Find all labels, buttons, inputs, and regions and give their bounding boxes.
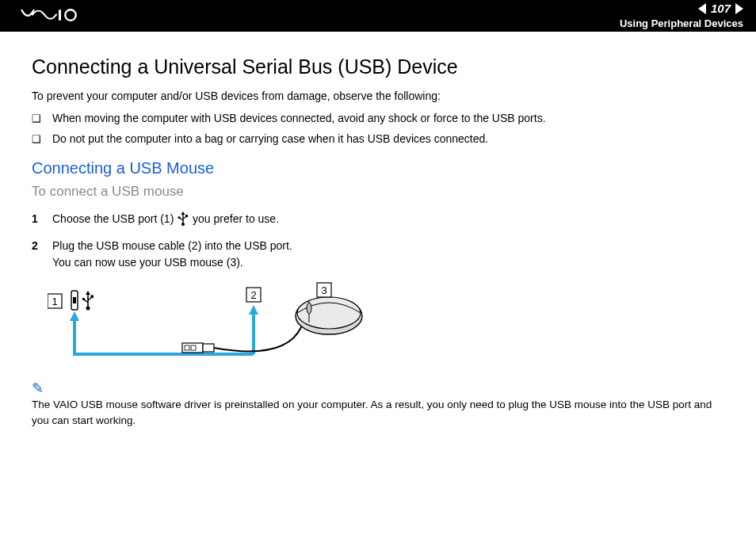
list-item: ❑ When moving the computer with USB devi… [32, 112, 724, 124]
section-name: Using Peripheral Devices [620, 18, 743, 29]
prev-page-arrow-icon[interactable] [698, 3, 706, 14]
note-block: ✎ The VAIO USB mouse software driver is … [32, 378, 724, 428]
svg-marker-12 [86, 291, 90, 295]
step-item: Plug the USB mouse cable (2) into the US… [32, 238, 724, 270]
bullet-icon: ❑ [32, 133, 41, 145]
note-pencil-icon: ✎ [32, 378, 724, 399]
diagram-label-3: 3 [321, 284, 326, 296]
intro-text: To prevent your computer and/or USB devi… [32, 90, 724, 102]
page-title: Connecting a Universal Serial Bus (USB) … [32, 55, 724, 78]
svg-point-1 [65, 10, 76, 21]
next-page-arrow-icon[interactable] [735, 3, 743, 14]
step-text-pre: Plug the USB mouse cable (2) into the US… [52, 239, 292, 268]
step-item: Choose the USB port (1) you prefer to us… [32, 211, 724, 230]
diagram-label-1: 1 [52, 296, 57, 307]
list-item: ❑ Do not put the computer into a bag or … [32, 132, 724, 145]
svg-rect-21 [182, 343, 203, 353]
svg-point-5 [178, 216, 181, 219]
svg-marker-19 [249, 305, 258, 315]
list-item-text: When moving the computer with USB device… [52, 112, 546, 124]
svg-rect-24 [203, 344, 214, 352]
vaio-logo [13, 5, 100, 27]
svg-rect-0 [59, 10, 61, 21]
task-label: To connect a USB mouse [32, 184, 724, 200]
step-text-pre: Choose the USB port (1) [52, 212, 177, 225]
svg-rect-9 [73, 297, 76, 303]
usb-trident-icon [177, 212, 189, 230]
svg-point-28 [307, 303, 311, 314]
svg-rect-14 [91, 295, 94, 298]
list-item-text: Do not put the computer into a bag or ca… [52, 132, 488, 145]
caution-list: ❑ When moving the computer with USB devi… [32, 112, 724, 145]
page-number: 107 [711, 2, 731, 16]
usb-mouse-diagram: 1 2 [48, 281, 388, 368]
page-nav: 107 [698, 2, 743, 16]
bullet-icon: ❑ [32, 113, 41, 124]
diagram-label-2: 2 [250, 289, 256, 301]
svg-point-13 [82, 298, 86, 301]
svg-marker-16 [70, 311, 79, 321]
header-bar: 107 Using Peripheral Devices [0, 0, 756, 32]
vaio-logo-svg [13, 8, 100, 22]
steps-list: Choose the USB port (1) you prefer to us… [32, 211, 724, 270]
content-area: Connecting a Universal Serial Bus (USB) … [0, 32, 756, 444]
sub-heading: Connecting a USB Mouse [32, 159, 724, 177]
svg-rect-6 [185, 215, 188, 217]
svg-point-26 [297, 297, 361, 329]
note-text: The VAIO USB mouse software driver is pr… [32, 399, 712, 426]
header-right: 107 Using Peripheral Devices [620, 2, 743, 30]
step-text-post: you prefer to use. [193, 212, 279, 225]
svg-marker-4 [181, 212, 185, 215]
